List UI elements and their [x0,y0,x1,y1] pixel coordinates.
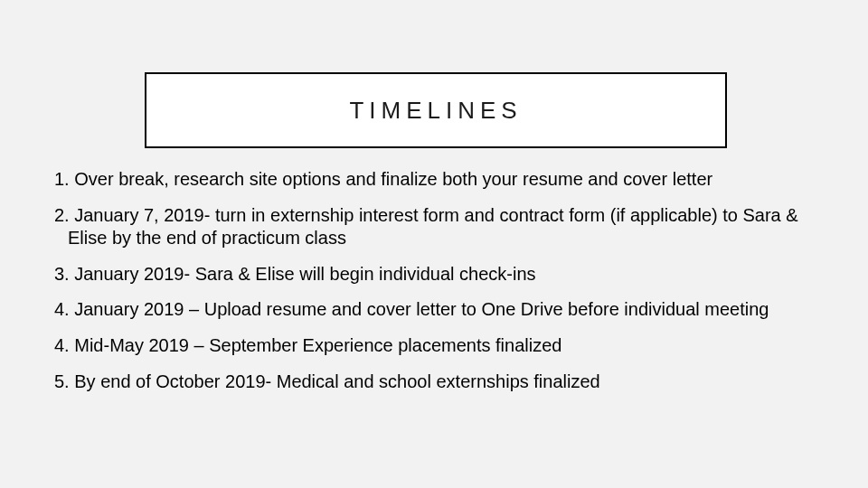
title-frame: TIMELINES [145,72,727,148]
item-number: 3. [54,264,74,284]
slide-title: TIMELINES [349,97,522,125]
item-number: 4. [54,299,74,319]
item-number: 1. [54,169,74,189]
item-text: January 7, 2019- turn in externship inte… [68,205,798,249]
list-item: 3. January 2019- Sara & Elise will begin… [54,263,814,286]
item-text: Over break, research site options and fi… [74,169,712,189]
slide: TIMELINES 1. Over break, research site o… [0,0,868,488]
list-item: 2. January 7, 2019- turn in externship i… [54,204,814,250]
item-text: January 2019 – Upload resume and cover l… [74,299,769,319]
item-number: 4. [54,335,74,355]
item-text: January 2019- Sara & Elise will begin in… [74,264,535,284]
item-text: By end of October 2019- Medical and scho… [74,371,599,391]
list-item: 4. January 2019 – Upload resume and cove… [54,298,814,322]
list-item: 5. By end of October 2019- Medical and s… [54,371,814,394]
content-area: 1. Over break, research site options and… [54,168,814,406]
item-text: Mid-May 2019 – September Experience plac… [74,335,561,355]
list-item: 4. Mid-May 2019 – September Experience p… [54,334,814,358]
item-number: 5. [54,371,74,391]
item-number: 2. [54,205,74,225]
list-item: 1. Over break, research site options and… [54,168,814,192]
